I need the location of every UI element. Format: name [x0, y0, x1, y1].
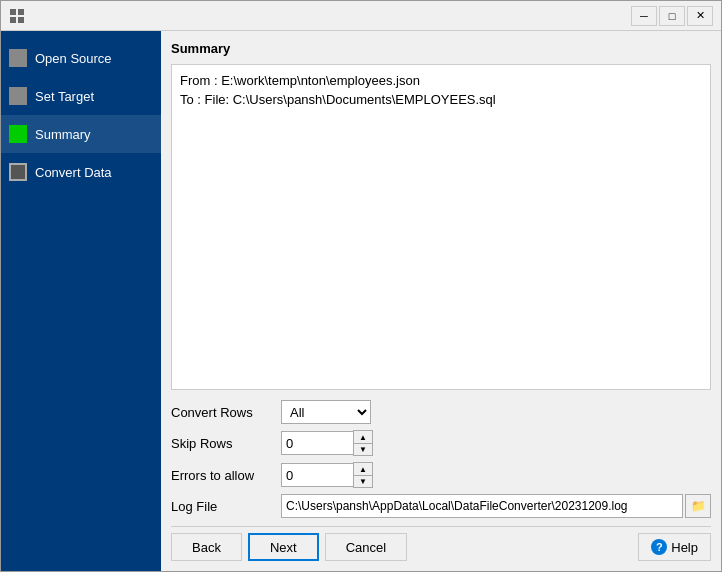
log-browse-button[interactable]: 📁 [685, 494, 711, 518]
folder-icon: 📁 [691, 499, 706, 513]
maximize-button[interactable]: □ [659, 6, 685, 26]
skip-rows-spinner-btns: ▲ ▼ [353, 430, 373, 456]
skip-rows-row: Skip Rows ▲ ▼ [171, 430, 711, 456]
log-file-input[interactable] [281, 494, 683, 518]
convert-rows-row: Convert Rows All First Last [171, 400, 711, 424]
panel-title: Summary [171, 41, 711, 56]
content-area: Open Source Set Target Summary Convert D… [1, 31, 721, 571]
errors-spinner: ▲ ▼ [281, 462, 373, 488]
errors-label: Errors to allow [171, 468, 281, 483]
step-indicator-open-source [9, 49, 27, 67]
log-file-label: Log File [171, 499, 281, 514]
btn-group-left: Back Next Cancel [171, 533, 407, 561]
sidebar-label-set-target: Set Target [35, 89, 94, 104]
sidebar: Open Source Set Target Summary Convert D… [1, 31, 161, 571]
minimize-button[interactable]: ─ [631, 6, 657, 26]
sidebar-label-convert-data: Convert Data [35, 165, 112, 180]
step-indicator-summary [9, 125, 27, 143]
skip-rows-input[interactable] [281, 431, 353, 455]
summary-box: From : E:\work\temp\nton\employees.json … [171, 64, 711, 390]
sidebar-label-summary: Summary [35, 127, 91, 142]
errors-spinner-btns: ▲ ▼ [353, 462, 373, 488]
step-indicator-convert-data [9, 163, 27, 181]
title-bar-controls: ─ □ ✕ [631, 6, 713, 26]
step-indicator-set-target [9, 87, 27, 105]
close-button[interactable]: ✕ [687, 6, 713, 26]
button-row: Back Next Cancel ? Help [171, 526, 711, 561]
cancel-button[interactable]: Cancel [325, 533, 407, 561]
title-bar-left [9, 8, 25, 24]
btn-group-right: ? Help [638, 533, 711, 561]
log-file-row: Log File 📁 [171, 494, 711, 518]
summary-line-from: From : E:\work\temp\nton\employees.json [180, 73, 702, 88]
title-bar: ─ □ ✕ [1, 1, 721, 31]
sidebar-label-open-source: Open Source [35, 51, 112, 66]
skip-rows-down[interactable]: ▼ [354, 443, 372, 455]
help-button[interactable]: ? Help [638, 533, 711, 561]
form-area: Convert Rows All First Last Skip Rows ▲ [171, 400, 711, 561]
back-button[interactable]: Back [171, 533, 242, 561]
app-icon [9, 8, 25, 24]
sidebar-item-set-target[interactable]: Set Target [1, 77, 161, 115]
errors-row: Errors to allow ▲ ▼ [171, 462, 711, 488]
help-label: Help [671, 540, 698, 555]
skip-rows-spinner: ▲ ▼ [281, 430, 373, 456]
sidebar-item-convert-data[interactable]: Convert Data [1, 153, 161, 191]
summary-line-to: To : File: C:\Users\pansh\Documents\EMPL… [180, 92, 702, 107]
sidebar-item-summary[interactable]: Summary [1, 115, 161, 153]
convert-rows-label: Convert Rows [171, 405, 281, 420]
skip-rows-up[interactable]: ▲ [354, 431, 372, 443]
errors-input[interactable] [281, 463, 353, 487]
next-button[interactable]: Next [248, 533, 319, 561]
main-window: ─ □ ✕ Open Source Set Target Summary Con… [0, 0, 722, 572]
main-area: Summary From : E:\work\temp\nton\employe… [161, 31, 721, 571]
help-icon: ? [651, 539, 667, 555]
sidebar-item-open-source[interactable]: Open Source [1, 39, 161, 77]
convert-rows-select[interactable]: All First Last [281, 400, 371, 424]
errors-down[interactable]: ▼ [354, 475, 372, 487]
errors-up[interactable]: ▲ [354, 463, 372, 475]
skip-rows-label: Skip Rows [171, 436, 281, 451]
